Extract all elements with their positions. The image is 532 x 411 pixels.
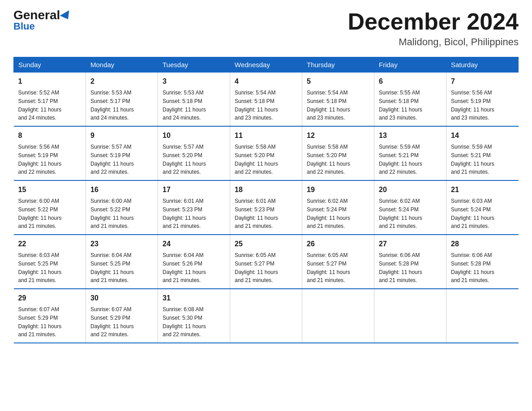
day-number: 10: [163, 130, 225, 141]
table-row: 30 Sunrise: 6:07 AMSunset: 5:29 PMDaylig…: [86, 289, 158, 343]
day-info: Sunrise: 5:58 AMSunset: 5:20 PMDaylight:…: [235, 144, 278, 175]
day-info: Sunrise: 6:03 AMSunset: 5:25 PMDaylight:…: [18, 252, 62, 283]
calendar-week-row: 22 Sunrise: 6:03 AMSunset: 5:25 PMDaylig…: [14, 235, 519, 289]
day-number: 4: [235, 76, 297, 87]
table-row: 29 Sunrise: 6:07 AMSunset: 5:29 PMDaylig…: [14, 289, 86, 343]
table-row: [230, 289, 302, 343]
table-row: 22 Sunrise: 6:03 AMSunset: 5:25 PMDaylig…: [14, 235, 86, 289]
day-number: 5: [307, 76, 369, 87]
day-info: Sunrise: 6:04 AMSunset: 5:26 PMDaylight:…: [163, 252, 206, 283]
table-row: 9 Sunrise: 5:57 AMSunset: 5:19 PMDayligh…: [86, 126, 158, 180]
day-number: 27: [379, 239, 442, 249]
day-info: Sunrise: 5:53 AMSunset: 5:17 PMDaylight:…: [90, 90, 134, 121]
table-row: 8 Sunrise: 5:56 AMSunset: 5:19 PMDayligh…: [14, 126, 86, 180]
table-row: [446, 289, 519, 343]
day-info: Sunrise: 6:08 AMSunset: 5:30 PMDaylight:…: [163, 306, 206, 338]
table-row: 14 Sunrise: 5:59 AMSunset: 5:21 PMDaylig…: [446, 126, 519, 180]
table-row: 27 Sunrise: 6:06 AMSunset: 5:28 PMDaylig…: [374, 235, 446, 289]
table-row: 18 Sunrise: 6:01 AMSunset: 5:23 PMDaylig…: [230, 180, 302, 235]
day-number: 7: [451, 76, 514, 87]
day-number: 31: [163, 293, 225, 304]
day-info: Sunrise: 6:07 AMSunset: 5:29 PMDaylight:…: [18, 306, 62, 338]
day-number: 1: [18, 76, 82, 87]
day-info: Sunrise: 6:00 AMSunset: 5:22 PMDaylight:…: [18, 198, 62, 229]
day-number: 11: [235, 130, 297, 141]
day-number: 13: [379, 130, 442, 141]
day-info: Sunrise: 6:00 AMSunset: 5:22 PMDaylight:…: [90, 198, 134, 229]
day-info: Sunrise: 6:06 AMSunset: 5:28 PMDaylight:…: [379, 252, 422, 283]
calendar-table: Sunday Monday Tuesday Wednesday Thursday…: [13, 57, 519, 343]
day-info: Sunrise: 5:58 AMSunset: 5:20 PMDaylight:…: [307, 144, 350, 175]
day-info: Sunrise: 5:54 AMSunset: 5:18 PMDaylight:…: [235, 90, 278, 121]
table-row: 11 Sunrise: 5:58 AMSunset: 5:20 PMDaylig…: [230, 126, 302, 180]
day-number: 16: [90, 184, 153, 195]
table-row: 4 Sunrise: 5:54 AMSunset: 5:18 PMDayligh…: [230, 73, 302, 127]
calendar-week-row: 1 Sunrise: 5:52 AMSunset: 5:17 PMDayligh…: [14, 73, 519, 127]
day-number: 19: [307, 184, 369, 195]
day-number: 9: [90, 130, 153, 141]
table-row: 12 Sunrise: 5:58 AMSunset: 5:20 PMDaylig…: [302, 126, 374, 180]
calendar-week-row: 29 Sunrise: 6:07 AMSunset: 5:29 PMDaylig…: [14, 289, 519, 343]
table-row: 19 Sunrise: 6:02 AMSunset: 5:24 PMDaylig…: [302, 180, 374, 235]
day-info: Sunrise: 5:54 AMSunset: 5:18 PMDaylight:…: [307, 90, 350, 121]
day-info: Sunrise: 5:59 AMSunset: 5:21 PMDaylight:…: [379, 144, 422, 175]
table-row: 5 Sunrise: 5:54 AMSunset: 5:18 PMDayligh…: [302, 73, 374, 127]
day-info: Sunrise: 5:56 AMSunset: 5:19 PMDaylight:…: [18, 144, 62, 175]
logo-general: General: [13, 8, 60, 22]
day-number: 28: [451, 239, 514, 249]
day-info: Sunrise: 6:07 AMSunset: 5:29 PMDaylight:…: [90, 306, 134, 338]
day-number: 23: [90, 239, 153, 249]
day-info: Sunrise: 6:02 AMSunset: 5:24 PMDaylight:…: [307, 198, 350, 229]
day-number: 30: [90, 293, 153, 304]
title-section: December 2024 Malidong, Bicol, Philippin…: [348, 9, 519, 48]
day-info: Sunrise: 6:01 AMSunset: 5:23 PMDaylight:…: [235, 198, 278, 229]
calendar-header-row: Sunday Monday Tuesday Wednesday Thursday…: [14, 57, 519, 73]
table-row: 16 Sunrise: 6:00 AMSunset: 5:22 PMDaylig…: [86, 180, 158, 235]
day-number: 25: [235, 239, 297, 249]
day-number: 6: [379, 76, 442, 87]
day-info: Sunrise: 5:55 AMSunset: 5:18 PMDaylight:…: [379, 90, 422, 121]
logo: General Blue: [13, 9, 72, 32]
col-thursday: Thursday: [302, 57, 374, 73]
table-row: 28 Sunrise: 6:06 AMSunset: 5:28 PMDaylig…: [446, 235, 519, 289]
table-row: 6 Sunrise: 5:55 AMSunset: 5:18 PMDayligh…: [374, 73, 446, 127]
table-row: [374, 289, 446, 343]
day-number: 14: [451, 130, 514, 141]
day-info: Sunrise: 6:04 AMSunset: 5:25 PMDaylight:…: [90, 252, 134, 283]
day-number: 22: [18, 239, 82, 249]
day-info: Sunrise: 6:02 AMSunset: 5:24 PMDaylight:…: [379, 198, 422, 229]
day-number: 2: [90, 76, 153, 87]
day-number: 18: [235, 184, 297, 195]
day-info: Sunrise: 6:05 AMSunset: 5:27 PMDaylight:…: [307, 252, 350, 283]
day-number: 29: [18, 293, 82, 304]
day-info: Sunrise: 5:57 AMSunset: 5:19 PMDaylight:…: [90, 144, 134, 175]
day-number: 21: [451, 184, 514, 195]
day-number: 24: [163, 239, 225, 249]
col-sunday: Sunday: [14, 57, 86, 73]
day-number: 3: [163, 76, 225, 87]
day-info: Sunrise: 5:52 AMSunset: 5:17 PMDaylight:…: [18, 90, 62, 121]
col-saturday: Saturday: [446, 57, 519, 73]
logo-blue: Blue: [13, 21, 35, 32]
table-row: 10 Sunrise: 5:57 AMSunset: 5:20 PMDaylig…: [158, 126, 230, 180]
day-number: 8: [18, 130, 82, 141]
col-friday: Friday: [374, 57, 446, 73]
logo-arrow-icon: [60, 10, 73, 22]
table-row: [302, 289, 374, 343]
table-row: 15 Sunrise: 6:00 AMSunset: 5:22 PMDaylig…: [14, 180, 86, 235]
col-tuesday: Tuesday: [158, 57, 230, 73]
table-row: 31 Sunrise: 6:08 AMSunset: 5:30 PMDaylig…: [158, 289, 230, 343]
table-row: 3 Sunrise: 5:53 AMSunset: 5:18 PMDayligh…: [158, 73, 230, 127]
table-row: 20 Sunrise: 6:02 AMSunset: 5:24 PMDaylig…: [374, 180, 446, 235]
table-row: 23 Sunrise: 6:04 AMSunset: 5:25 PMDaylig…: [86, 235, 158, 289]
day-info: Sunrise: 6:06 AMSunset: 5:28 PMDaylight:…: [451, 252, 494, 283]
location-title: Malidong, Bicol, Philippines: [348, 36, 519, 48]
day-number: 20: [379, 184, 442, 195]
day-number: 15: [18, 184, 82, 195]
table-row: 21 Sunrise: 6:03 AMSunset: 5:24 PMDaylig…: [446, 180, 519, 235]
calendar-week-row: 8 Sunrise: 5:56 AMSunset: 5:19 PMDayligh…: [14, 126, 519, 180]
day-number: 26: [307, 239, 369, 249]
day-number: 17: [163, 184, 225, 195]
table-row: 2 Sunrise: 5:53 AMSunset: 5:17 PMDayligh…: [86, 73, 158, 127]
table-row: 17 Sunrise: 6:01 AMSunset: 5:23 PMDaylig…: [158, 180, 230, 235]
